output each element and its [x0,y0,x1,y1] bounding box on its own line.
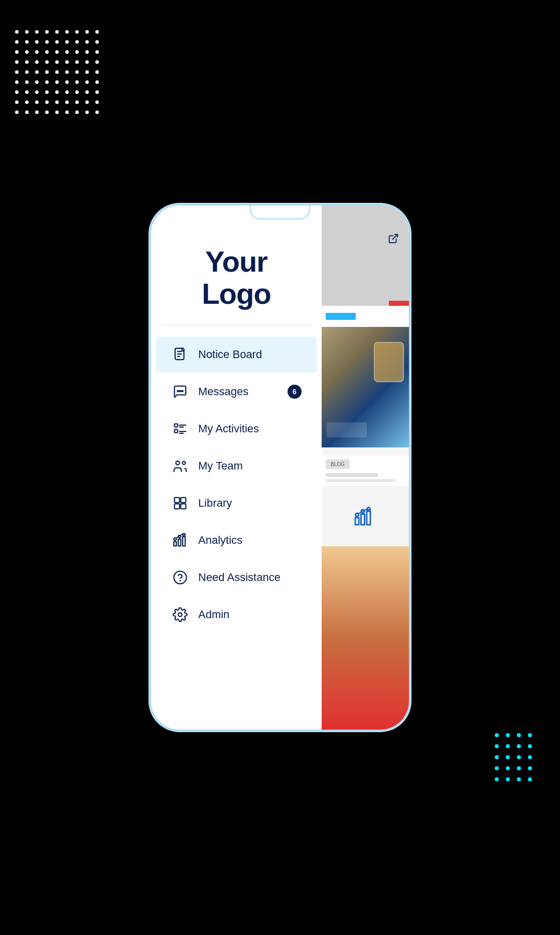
svg-point-28 [178,613,182,617]
notice-board-icon [171,345,189,364]
blue-highlight-bar [326,313,356,320]
messages-badge: 6 [288,385,302,399]
analytics-preview-icon [353,506,377,526]
svg-point-5 [177,390,179,392]
svg-point-6 [180,390,181,392]
phone-notch [250,205,310,219]
settings-icon [171,606,189,624]
team-icon [171,457,189,475]
need-assistance-label: Need Assistance [198,571,302,584]
sidebar-item-need-assistance[interactable]: Need Assistance [156,559,317,596]
svg-line-0 [392,235,397,240]
menu-items-list: Notice Board Messages 6 [151,330,322,730]
logo-area: Your Logo [151,230,322,320]
svg-point-14 [176,461,179,464]
hero-image-block [322,327,409,447]
notice-board-label: Notice Board [198,348,302,361]
analytics-label: Analytics [198,534,302,547]
sidebar-item-analytics[interactable]: Analytics [156,522,317,558]
messages-label: Messages [198,385,278,398]
decorative-dots-white [15,30,102,118]
decorative-dots-cyan [495,733,535,784]
activities-icon [171,420,189,438]
messages-icon [171,383,189,401]
svg-rect-22 [183,536,185,546]
svg-point-7 [182,390,183,392]
svg-rect-9 [175,429,178,432]
blog-section: BLOG [322,455,409,486]
svg-rect-31 [367,511,370,525]
sidebar-item-admin[interactable]: Admin [156,597,317,633]
content-gap-1 [322,447,409,455]
blue-bar-container [322,306,409,327]
sidebar-item-messages[interactable]: Messages 6 [156,374,317,410]
svg-rect-18 [175,504,180,509]
svg-point-26 [174,571,187,583]
menu-divider [161,325,312,325]
blog-tag: BLOG [326,459,350,469]
sidebar-item-my-team[interactable]: My Team [156,448,317,484]
analytics-preview-block [322,486,409,546]
content-thumb-top [322,205,409,306]
svg-rect-19 [181,504,186,509]
svg-rect-8 [175,424,178,427]
svg-rect-30 [361,514,364,525]
help-icon [171,568,189,587]
svg-point-15 [182,461,185,464]
svg-rect-29 [355,518,359,525]
sidebar-item-my-activities[interactable]: My Activities [156,411,317,447]
phone-mockup: Your Logo [150,204,410,731]
sidebar-item-library[interactable]: Library [156,485,317,521]
logo-text: Your Logo [161,246,312,310]
library-icon [171,494,189,512]
person-image-block [322,546,409,730]
my-team-label: My Team [198,459,302,473]
svg-rect-16 [175,497,180,502]
my-activities-label: My Activities [198,422,302,435]
content-preview-panel: BLOG [322,205,409,730]
svg-rect-20 [174,541,177,546]
menu-drawer: Your Logo [151,205,322,730]
red-accent-bar [389,301,409,306]
svg-rect-21 [178,539,181,546]
analytics-icon [171,531,189,549]
sidebar-item-notice-board[interactable]: Notice Board [156,336,317,373]
svg-rect-17 [181,497,186,502]
library-label: Library [198,497,302,510]
external-link-icon[interactable] [388,233,399,244]
phone-content: Your Logo [151,205,409,730]
admin-label: Admin [198,608,302,621]
